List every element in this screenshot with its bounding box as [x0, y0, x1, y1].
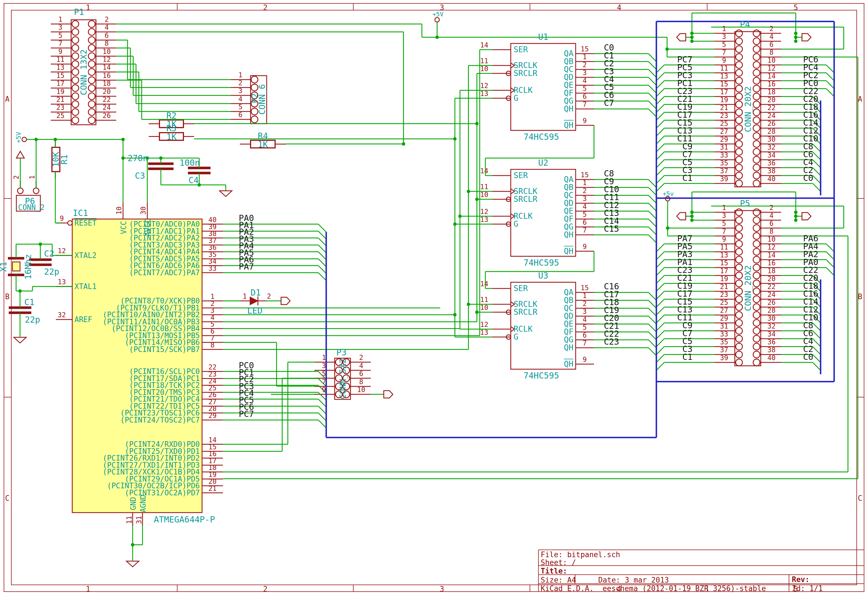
ic1-pin-number: 20 — [208, 478, 217, 485]
p4-pin-number: 24 — [768, 112, 776, 119]
p5-pin-circle — [736, 241, 743, 247]
bus-entry — [813, 168, 821, 176]
p5-pin-circle — [736, 312, 743, 318]
p4-pin-number: 26 — [768, 120, 776, 127]
u-pin-label: SRCLR — [514, 69, 537, 77]
p4-pin-number: 25 — [720, 120, 728, 127]
u-pin-label: QE — [564, 320, 573, 328]
junction-dot — [18, 289, 22, 293]
bus-entry — [648, 348, 656, 356]
d1-pin-number: 1 — [243, 293, 247, 300]
bus-entry — [656, 347, 664, 354]
bus-entry — [656, 128, 664, 136]
bus-entry — [826, 65, 834, 73]
u-pin-label: QF — [564, 89, 573, 97]
bus-entry — [318, 420, 326, 428]
u-pin-label: QC — [564, 304, 573, 312]
p5-pin-circle — [736, 264, 743, 271]
bus-entry — [648, 77, 656, 85]
ic1-pin-label: (PCINT7/ADC7)PA7 — [129, 269, 200, 276]
p5-pin-circle — [736, 328, 743, 334]
p4-pin-number: 29 — [720, 136, 728, 143]
p5-pin-circle — [753, 280, 760, 287]
p5-pin-circle — [753, 328, 760, 334]
u-pin-label: QG — [564, 223, 573, 231]
u-pin-number: 11 — [480, 183, 489, 190]
u-pin-number: 4 — [583, 77, 587, 84]
u-pin-number: 4 — [583, 203, 587, 210]
p5-net-label: C1 — [682, 353, 692, 361]
p1-pin-circle — [72, 61, 79, 68]
p1-pin-circle — [72, 93, 79, 100]
p5-pin-number: 7 — [722, 228, 726, 235]
u-pin-label: QH — [564, 344, 573, 352]
bus-entry — [648, 324, 656, 332]
p5-pin-number: 14 — [768, 252, 776, 258]
bus-entry — [813, 160, 821, 168]
p4-pin-number: 36 — [768, 160, 776, 167]
p1-pin-circle — [72, 77, 79, 84]
u-pin-label: RCLK — [514, 86, 533, 94]
u-pin-number: 5 — [583, 211, 587, 218]
ic1-pin-number: 10 — [116, 207, 123, 215]
bus-entry — [813, 362, 821, 370]
p1-pin-circle — [88, 53, 95, 59]
p4-ref: P4 — [740, 20, 750, 29]
p5-pin-circle — [753, 296, 760, 303]
p4-pin-number: 21 — [720, 105, 728, 111]
u-pin-label: QC — [564, 65, 573, 73]
p4-pin-circle — [753, 77, 760, 84]
p1-pin-number: 3 — [58, 24, 62, 31]
bus-entry — [648, 109, 656, 117]
bus-entry — [318, 238, 326, 246]
u-pin-number: 14 — [480, 281, 489, 287]
p1-ref: P1 — [74, 8, 84, 16]
p1-pin-number: 14 — [103, 64, 111, 71]
p4-pin-number: 31 — [720, 144, 728, 151]
titleblock-generator: KiCad E.D.A. eeschema (2012-01-19 BZR 32… — [541, 585, 766, 592]
u-pin-number: 1 — [583, 54, 587, 61]
bus-entry — [813, 183, 821, 191]
p5-pin-number: 33 — [720, 331, 728, 338]
p3-pin-number: 4 — [359, 362, 363, 369]
ic1-pin-label: XTAL2 — [74, 252, 96, 259]
hier-label-right-arrow-icon — [802, 213, 811, 220]
ic1-pin-label: VCC — [120, 221, 127, 234]
p5-pin-circle — [753, 343, 760, 350]
p1-value: CONN_13X2 — [80, 49, 88, 95]
net-label: C7 — [604, 99, 614, 107]
p3-pin-number: 1 — [322, 354, 326, 361]
ic1-value: ATMEGA644P-P — [154, 515, 215, 524]
net-label: PA7 — [239, 263, 254, 271]
ic1-pin-label: XTAL1 — [74, 283, 96, 290]
p5-pin-number: 10 — [768, 236, 776, 243]
p5-pin-number: 32 — [768, 323, 776, 330]
p5-pin-number: 17 — [720, 267, 728, 275]
p5-pin-circle — [736, 233, 743, 239]
u-pin-label: QD — [564, 312, 573, 320]
p5-pin-circle — [753, 264, 760, 271]
p1-pin-number: 5 — [58, 32, 62, 39]
c4-ref: C4 — [189, 176, 199, 185]
p2-value: CONN_6 — [258, 84, 266, 115]
hier-label-right-arrow-icon — [384, 391, 393, 398]
p1-pin-circle — [72, 101, 79, 108]
p4-pin-number: 32 — [768, 144, 776, 151]
bus-entry — [648, 308, 656, 316]
u-pin-label: SER — [514, 46, 528, 54]
p1-pin-circle — [88, 37, 95, 43]
c3-value: 270n — [127, 154, 148, 162]
p4-pin-number: 40 — [768, 176, 776, 182]
u1-ref: U1 — [538, 33, 548, 41]
p4-pin-circle — [736, 46, 743, 53]
frame-row-label: A — [5, 95, 10, 103]
bus-entry — [826, 267, 834, 276]
u-pin-number: 12 — [480, 208, 489, 215]
bus-entry — [656, 260, 664, 267]
frame-row-label: C — [5, 495, 10, 502]
bus-entry — [656, 252, 664, 260]
bus-entry — [656, 136, 664, 144]
bus-entry — [656, 299, 664, 307]
ic1-pin-number: 39 — [208, 224, 217, 230]
ic1-pin-number: 17 — [208, 458, 217, 464]
